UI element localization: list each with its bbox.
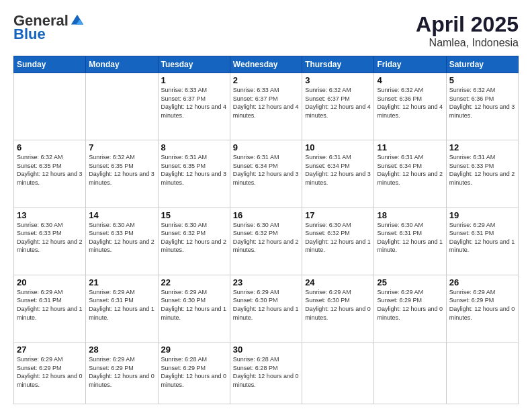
day-number: 12 (449, 142, 515, 152)
day-number: 7 (89, 142, 154, 152)
table-row (446, 342, 518, 404)
day-info: Sunrise: 6:31 AM Sunset: 6:34 PM Dayligh… (377, 153, 443, 187)
day-number: 15 (161, 210, 227, 220)
table-row: 8Sunrise: 6:31 AM Sunset: 6:35 PM Daylig… (158, 140, 230, 208)
day-number: 24 (305, 277, 371, 287)
table-row: 26Sunrise: 6:29 AM Sunset: 6:29 PM Dayli… (446, 275, 518, 342)
table-row (374, 342, 446, 404)
col-sunday: Sunday (14, 56, 86, 73)
table-row: 5Sunrise: 6:32 AM Sunset: 6:36 PM Daylig… (446, 73, 518, 140)
table-row: 19Sunrise: 6:29 AM Sunset: 6:31 PM Dayli… (446, 208, 518, 275)
day-info: Sunrise: 6:29 AM Sunset: 6:31 PM Dayligh… (449, 221, 515, 255)
day-number: 25 (377, 277, 443, 287)
day-info: Sunrise: 6:30 AM Sunset: 6:31 PM Dayligh… (377, 221, 443, 255)
day-info: Sunrise: 6:32 AM Sunset: 6:37 PM Dayligh… (305, 86, 371, 120)
col-wednesday: Wednesday (230, 56, 302, 73)
day-info: Sunrise: 6:29 AM Sunset: 6:29 PM Dayligh… (377, 288, 443, 322)
table-row: 20Sunrise: 6:29 AM Sunset: 6:31 PM Dayli… (14, 275, 86, 342)
day-number: 28 (89, 345, 154, 355)
day-number: 10 (305, 142, 371, 152)
day-info: Sunrise: 6:30 AM Sunset: 6:32 PM Dayligh… (233, 221, 299, 255)
table-row: 18Sunrise: 6:30 AM Sunset: 6:31 PM Dayli… (374, 208, 446, 275)
day-number: 14 (89, 210, 154, 220)
table-row: 23Sunrise: 6:29 AM Sunset: 6:30 PM Dayli… (230, 275, 302, 342)
table-row: 2Sunrise: 6:33 AM Sunset: 6:37 PM Daylig… (230, 73, 302, 140)
table-row: 21Sunrise: 6:29 AM Sunset: 6:31 PM Dayli… (86, 275, 158, 342)
calendar-week-3: 20Sunrise: 6:29 AM Sunset: 6:31 PM Dayli… (14, 275, 519, 342)
logo-icon (70, 13, 85, 28)
col-thursday: Thursday (302, 56, 374, 73)
table-row: 3Sunrise: 6:32 AM Sunset: 6:37 PM Daylig… (302, 73, 374, 140)
day-number: 5 (449, 75, 515, 85)
table-row: 1Sunrise: 6:33 AM Sunset: 6:37 PM Daylig… (158, 73, 230, 140)
day-number: 16 (233, 210, 299, 220)
day-info: Sunrise: 6:32 AM Sunset: 6:35 PM Dayligh… (89, 153, 154, 187)
table-row (14, 73, 86, 140)
day-number: 21 (89, 277, 154, 287)
day-info: Sunrise: 6:30 AM Sunset: 6:32 PM Dayligh… (305, 221, 371, 255)
day-info: Sunrise: 6:32 AM Sunset: 6:35 PM Dayligh… (17, 153, 83, 187)
day-info: Sunrise: 6:29 AM Sunset: 6:30 PM Dayligh… (305, 288, 371, 322)
day-number: 2 (233, 75, 299, 85)
day-number: 29 (161, 345, 227, 355)
col-monday: Monday (86, 56, 158, 73)
day-info: Sunrise: 6:30 AM Sunset: 6:32 PM Dayligh… (161, 221, 227, 255)
day-info: Sunrise: 6:29 AM Sunset: 6:31 PM Dayligh… (17, 288, 83, 322)
table-row: 4Sunrise: 6:32 AM Sunset: 6:36 PM Daylig… (374, 73, 446, 140)
calendar-week-4: 27Sunrise: 6:29 AM Sunset: 6:29 PM Dayli… (14, 342, 519, 404)
day-number: 4 (377, 75, 443, 85)
day-number: 9 (233, 142, 299, 152)
table-row: 13Sunrise: 6:30 AM Sunset: 6:33 PM Dayli… (14, 208, 86, 275)
calendar-week-1: 6Sunrise: 6:32 AM Sunset: 6:35 PM Daylig… (14, 140, 519, 208)
table-row: 10Sunrise: 6:31 AM Sunset: 6:34 PM Dayli… (302, 140, 374, 208)
calendar-table: Sunday Monday Tuesday Wednesday Thursday… (13, 56, 519, 404)
table-row: 11Sunrise: 6:31 AM Sunset: 6:34 PM Dayli… (374, 140, 446, 208)
logo-blue: Blue (13, 26, 46, 43)
day-info: Sunrise: 6:31 AM Sunset: 6:35 PM Dayligh… (161, 153, 227, 187)
table-row: 15Sunrise: 6:30 AM Sunset: 6:32 PM Dayli… (158, 208, 230, 275)
day-number: 11 (377, 142, 443, 152)
table-row: 16Sunrise: 6:30 AM Sunset: 6:32 PM Dayli… (230, 208, 302, 275)
table-row: 17Sunrise: 6:30 AM Sunset: 6:32 PM Dayli… (302, 208, 374, 275)
table-row: 7Sunrise: 6:32 AM Sunset: 6:35 PM Daylig… (86, 140, 158, 208)
day-number: 22 (161, 277, 227, 287)
day-number: 6 (17, 142, 83, 152)
title-block: April 2025 Namlea, Indonesia (416, 12, 519, 49)
col-tuesday: Tuesday (158, 56, 230, 73)
day-info: Sunrise: 6:31 AM Sunset: 6:34 PM Dayligh… (233, 153, 299, 187)
day-info: Sunrise: 6:29 AM Sunset: 6:29 PM Dayligh… (89, 355, 154, 389)
table-row (86, 73, 158, 140)
day-info: Sunrise: 6:32 AM Sunset: 6:36 PM Dayligh… (449, 86, 515, 120)
table-row: 12Sunrise: 6:31 AM Sunset: 6:33 PM Dayli… (446, 140, 518, 208)
day-info: Sunrise: 6:29 AM Sunset: 6:29 PM Dayligh… (17, 355, 83, 389)
day-info: Sunrise: 6:30 AM Sunset: 6:33 PM Dayligh… (89, 221, 154, 255)
col-saturday: Saturday (446, 56, 518, 73)
table-row: 30Sunrise: 6:28 AM Sunset: 6:28 PM Dayli… (230, 342, 302, 404)
day-number: 20 (17, 277, 83, 287)
day-number: 26 (449, 277, 515, 287)
day-info: Sunrise: 6:29 AM Sunset: 6:30 PM Dayligh… (161, 288, 227, 322)
location-subtitle: Namlea, Indonesia (416, 37, 519, 49)
day-info: Sunrise: 6:32 AM Sunset: 6:36 PM Dayligh… (377, 86, 443, 120)
table-row: 27Sunrise: 6:29 AM Sunset: 6:29 PM Dayli… (14, 342, 86, 404)
day-info: Sunrise: 6:29 AM Sunset: 6:29 PM Dayligh… (449, 288, 515, 322)
table-row: 28Sunrise: 6:29 AM Sunset: 6:29 PM Dayli… (86, 342, 158, 404)
day-info: Sunrise: 6:33 AM Sunset: 6:37 PM Dayligh… (233, 86, 299, 120)
day-info: Sunrise: 6:28 AM Sunset: 6:29 PM Dayligh… (161, 355, 227, 389)
col-friday: Friday (374, 56, 446, 73)
calendar-week-2: 13Sunrise: 6:30 AM Sunset: 6:33 PM Dayli… (14, 208, 519, 275)
day-info: Sunrise: 6:31 AM Sunset: 6:33 PM Dayligh… (449, 153, 515, 187)
table-row: 29Sunrise: 6:28 AM Sunset: 6:29 PM Dayli… (158, 342, 230, 404)
day-number: 19 (449, 210, 515, 220)
page: General Blue April 2025 Namlea, Indonesi… (0, 0, 532, 411)
day-number: 1 (161, 75, 227, 85)
table-row: 25Sunrise: 6:29 AM Sunset: 6:29 PM Dayli… (374, 275, 446, 342)
calendar-header-row: Sunday Monday Tuesday Wednesday Thursday… (14, 56, 519, 73)
day-number: 18 (377, 210, 443, 220)
day-number: 23 (233, 277, 299, 287)
table-row (302, 342, 374, 404)
table-row: 24Sunrise: 6:29 AM Sunset: 6:30 PM Dayli… (302, 275, 374, 342)
day-info: Sunrise: 6:30 AM Sunset: 6:33 PM Dayligh… (17, 221, 83, 255)
calendar-week-0: 1Sunrise: 6:33 AM Sunset: 6:37 PM Daylig… (14, 73, 519, 140)
day-number: 27 (17, 345, 83, 355)
